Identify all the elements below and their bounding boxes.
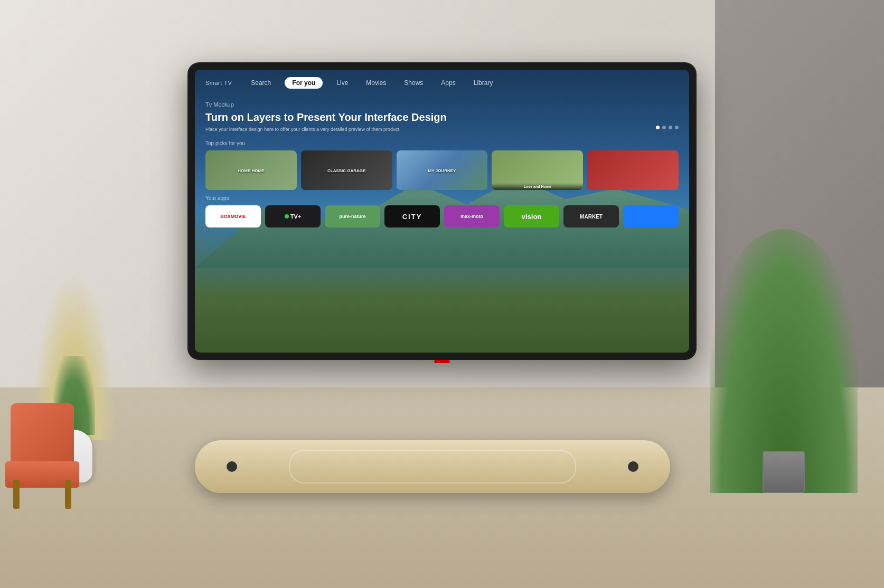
app-city[interactable]: CITY [384, 205, 440, 227]
tvplus-dot [285, 214, 289, 219]
stand-speaker-left [227, 461, 237, 472]
card-my-journey[interactable]: MY JOURNEY [397, 150, 488, 190]
app-vision[interactable]: vision [504, 205, 559, 227]
tv-power-indicator [434, 360, 450, 363]
nav-shows[interactable]: Shows [400, 77, 427, 89]
app-boxmovie[interactable]: BOXMOVIE [205, 205, 261, 227]
tv-stand [195, 440, 670, 493]
card-home-home[interactable]: HOME HOME [205, 150, 297, 190]
app-max-moto[interactable]: max-moto [444, 205, 500, 227]
dot-2[interactable] [662, 126, 666, 129]
nav-search[interactable]: Search [247, 77, 275, 89]
card-red[interactable] [587, 150, 679, 190]
card-my-journey-label: MY JOURNEY [428, 168, 456, 173]
card-home-home-label: HOME HOME [238, 168, 264, 173]
top-picks-title: Top picks for you [205, 140, 679, 146]
nav-live[interactable]: Live [332, 77, 352, 89]
plant-right [710, 229, 858, 493]
nav-library[interactable]: Library [469, 77, 497, 89]
apps-section-title: Your apps [205, 195, 679, 201]
chair [0, 403, 84, 509]
top-picks-cards: HOME HOME CLASSIC GARAGE MY JOURNEY Love… [205, 150, 679, 190]
chair-leg-right [65, 480, 71, 509]
tvplus-logo: TV+ [285, 213, 301, 220]
hero-tag: Tv Mockup [205, 101, 679, 108]
hero-dots [656, 126, 679, 129]
card-classic-garage-label: CLASSIC GARAGE [327, 168, 365, 173]
tv-container: Smart TV Search For you Live Movies Show… [189, 63, 695, 359]
app-blue[interactable] [623, 205, 679, 227]
nav-movies[interactable]: Movies [362, 77, 390, 89]
dot-4[interactable] [675, 126, 679, 129]
tv-screen: Smart TV Search For you Live Movies Show… [195, 70, 689, 353]
card-love-home-label: Love and Home [492, 183, 583, 190]
card-love-home[interactable]: Love and Home [492, 150, 583, 190]
app-tvplus[interactable]: TV+ [265, 205, 321, 227]
app-pure-nature[interactable]: pure-nature [325, 205, 380, 227]
hero-title: Turn on Layers to Present Your Interface… [205, 111, 679, 124]
nav-apps[interactable]: Apps [437, 77, 459, 89]
dot-1[interactable] [656, 126, 660, 129]
planter-pot [763, 451, 805, 493]
top-picks-section: Top picks for you HOME HOME CLASSIC GARA… [195, 140, 689, 190]
card-classic-garage[interactable]: CLASSIC GARAGE [301, 150, 392, 190]
tv-brand-label: Smart TV [205, 80, 232, 86]
app-market[interactable]: MARKET [563, 205, 619, 227]
tv-frame: Smart TV Search For you Live Movies Show… [189, 63, 695, 359]
stand-speaker-right [628, 461, 638, 472]
apps-section: Your apps BOXMOVIE TV+ pure-nature [195, 195, 689, 227]
hero-subtitle: Place your interface design here to offe… [205, 127, 406, 132]
chair-leg-left [13, 480, 20, 509]
dot-3[interactable] [669, 126, 672, 129]
apps-grid: BOXMOVIE TV+ pure-nature CITY [205, 205, 679, 227]
nav-for-you[interactable]: For you [285, 77, 323, 89]
tv-hero-section: Tv Mockup Turn on Layers to Present Your… [195, 96, 689, 140]
tv-navigation: Smart TV Search For you Live Movies Show… [195, 70, 689, 96]
